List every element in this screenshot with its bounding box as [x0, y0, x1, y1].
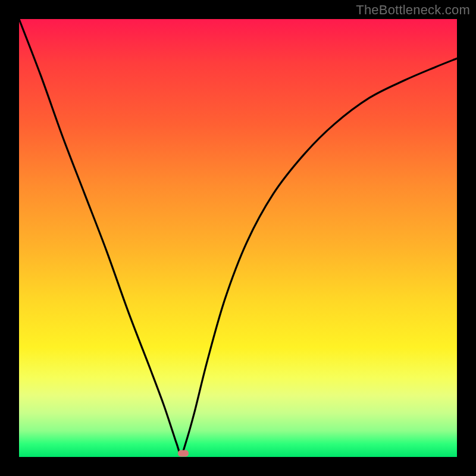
optimal-point-marker — [178, 450, 189, 457]
watermark-text: TheBottleneck.com — [356, 2, 470, 18]
bottleneck-curve — [19, 19, 457, 457]
chart-frame: TheBottleneck.com — [0, 0, 476, 476]
plot-area — [19, 19, 457, 457]
